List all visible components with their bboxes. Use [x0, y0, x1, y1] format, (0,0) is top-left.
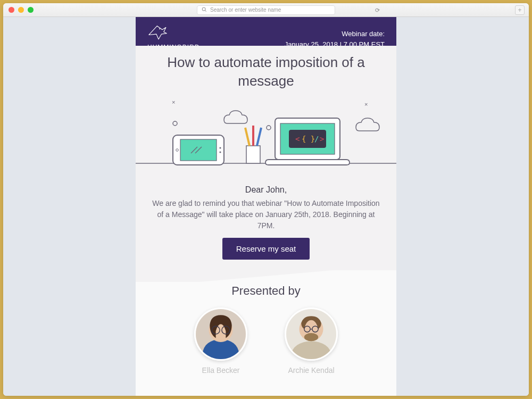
svg-text:{ }: { } — [302, 135, 315, 143]
brand-name: HUMMINGBIRD — [147, 44, 200, 46]
svg-text:/: / — [314, 135, 319, 143]
close-icon[interactable] — [9, 7, 14, 13]
section-divider — [136, 270, 396, 282]
avatar — [285, 307, 338, 361]
webinar-date: Webinar date: January 25, 2018 | 7.00 PM… — [285, 29, 385, 46]
svg-point-0 — [202, 7, 205, 11]
svg-text:×: × — [364, 101, 368, 107]
laptop-icon: < { } / > — [265, 118, 350, 165]
hero-illustration: × × — [136, 97, 396, 182]
titlebar: Search or enter website name ⟳ + — [3, 3, 529, 17]
presented-heading: Presented by — [146, 284, 386, 298]
presenter: Archie Kendal — [285, 307, 338, 375]
svg-point-5 — [267, 126, 271, 130]
address-placeholder: Search or enter website name — [210, 7, 281, 13]
svg-line-18 — [257, 128, 261, 146]
traffic-lights — [9, 7, 34, 13]
avatar — [194, 307, 247, 361]
body-text: We are glad to remind you that webinar "… — [136, 195, 396, 238]
webinar-date-label: Webinar date: — [285, 29, 385, 39]
address-bar[interactable]: Search or enter website name — [197, 5, 335, 15]
svg-line-16 — [245, 128, 250, 146]
search-icon — [202, 7, 207, 13]
pencil-cup-icon — [245, 126, 261, 163]
webinar-date-value: January 25, 2018 | 7.00 PM EST — [285, 39, 385, 46]
svg-point-4 — [173, 121, 177, 126]
svg-text:<: < — [295, 135, 300, 143]
presented-section: Presented by — [136, 282, 396, 396]
svg-point-11 — [219, 147, 221, 148]
svg-line-1 — [205, 10, 206, 12]
reserve-seat-button[interactable]: Reserve my seat — [222, 238, 310, 260]
svg-rect-15 — [246, 146, 260, 163]
browser-window: Search or enter website name ⟳ + HUMMING… — [3, 3, 529, 396]
email-title: How to automate imposition of a message — [136, 46, 396, 95]
greeting: Dear John, — [136, 185, 396, 195]
hero-header: HUMMINGBIRD Webinar date: January 25, 20… — [136, 17, 396, 46]
presenter: Ella Becker — [194, 307, 247, 375]
svg-text:>: > — [320, 135, 324, 143]
presenter-name: Ella Becker — [202, 366, 240, 375]
viewport: HUMMINGBIRD Webinar date: January 25, 20… — [3, 17, 529, 396]
tablet-icon — [173, 135, 224, 165]
svg-point-2 — [159, 28, 160, 29]
presenters-list: Ella Becker — [146, 307, 386, 375]
email-template: HUMMINGBIRD Webinar date: January 25, 20… — [136, 17, 396, 396]
svg-point-34 — [304, 333, 318, 341]
brand-logo: HUMMINGBIRD — [147, 24, 200, 46]
new-tab-button[interactable]: + — [515, 5, 525, 15]
svg-text:×: × — [172, 99, 175, 105]
presenter-name: Archie Kendal — [288, 366, 334, 375]
svg-point-12 — [219, 151, 221, 153]
hummingbird-icon — [147, 24, 170, 41]
minimize-icon[interactable] — [18, 7, 24, 13]
reload-icon[interactable]: ⟳ — [375, 6, 380, 13]
maximize-icon[interactable] — [28, 7, 34, 13]
